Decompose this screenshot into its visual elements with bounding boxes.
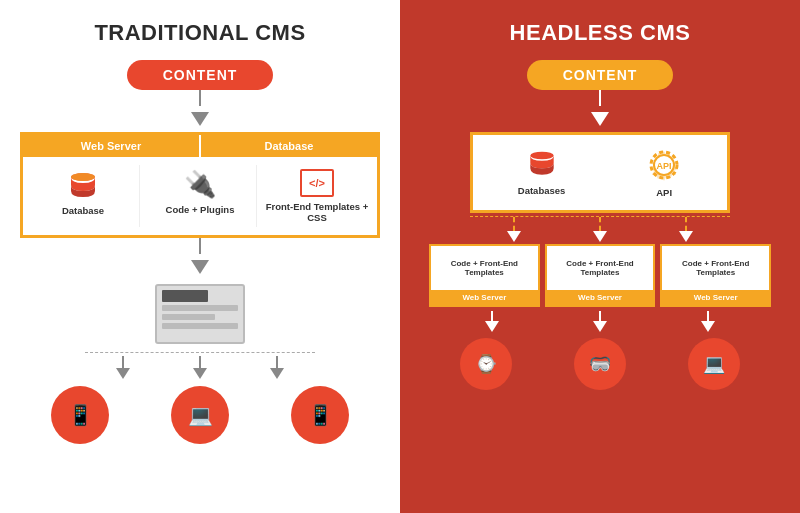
device-vr: 🥽 <box>574 338 626 390</box>
headless-db-label: Databases <box>518 185 566 196</box>
laptop-icon: 💻 <box>188 403 213 427</box>
arrow-content-to-box <box>191 90 209 132</box>
ws3-bottom-label: Web Server <box>662 290 769 305</box>
website-mockup <box>155 284 245 344</box>
headless-main-box: Databases API API <box>470 132 729 213</box>
mockup-header <box>162 290 208 302</box>
arrow-box-to-mockup <box>191 238 209 280</box>
ws2-top-text: Code + Front-End Templates <box>547 246 654 290</box>
svg-point-2 <box>530 152 553 159</box>
mockup-line2 <box>162 314 215 320</box>
webserver-boxes-row: Code + Front-End Templates Web Server Co… <box>429 244 771 307</box>
api-label: API <box>656 187 672 198</box>
traditional-icons-row: Database 🔌 Code + Plugins </> Front-End … <box>23 157 377 235</box>
headless-cms-panel: HEADLESS CMS CONTENT Databases <box>400 0 800 513</box>
webserver-box-2: Code + Front-End Templates Web Server <box>545 244 656 307</box>
api-gear-icon: API <box>646 147 682 183</box>
headless-icons-row: Databases API API <box>473 135 726 210</box>
plugins-label: Code + Plugins <box>166 204 235 215</box>
headless-content-pill: CONTENT <box>527 60 674 90</box>
webserver-box-3: Code + Front-End Templates Web Server <box>660 244 771 307</box>
mockup-line1 <box>162 305 238 311</box>
plugin-icon: 🔌 <box>184 169 216 200</box>
vr-icon: 🥽 <box>589 353 611 375</box>
database-icon <box>67 169 99 201</box>
traditional-main-box: Web Server Database Database 🔌 Code + Pl… <box>20 132 380 238</box>
device-laptop: 💻 <box>171 386 229 444</box>
device-watch: ⌚ <box>460 338 512 390</box>
ws1-top-text: Code + Front-End Templates <box>431 246 538 290</box>
computer-icon: 💻 <box>703 353 725 375</box>
ws3-top-text: Code + Front-End Templates <box>662 246 769 290</box>
svg-point-1 <box>71 173 95 181</box>
device-phone: 📱 <box>51 386 109 444</box>
code-icon: </> <box>300 169 334 197</box>
headless-db-icon <box>525 147 559 181</box>
mockup-line3 <box>162 323 238 329</box>
api-cell: API API <box>638 143 690 202</box>
templates-cell: </> Front-End Templates + CSS <box>261 165 373 227</box>
phone-icon: 📱 <box>68 403 93 427</box>
traditional-content-pill: CONTENT <box>127 60 274 90</box>
templates-label: Front-End Templates + CSS <box>263 201 371 223</box>
headless-devices-row: ⌚ 🥽 💻 <box>429 338 771 390</box>
ws2-bottom-label: Web Server <box>547 290 654 305</box>
traditional-cms-title: TRADITIONAL CMS <box>94 20 305 46</box>
headless-cms-title: HEADLESS CMS <box>510 20 691 46</box>
plugins-cell: 🔌 Code + Plugins <box>144 165 257 227</box>
headless-arrow-1 <box>591 90 609 132</box>
database-cell: Database <box>27 165 140 227</box>
mobile-icon: 📱 <box>308 403 333 427</box>
database-label: Database <box>62 205 104 216</box>
svg-text:API: API <box>657 161 672 171</box>
web-server-header: Web Server <box>23 135 201 157</box>
webserver-box-1: Code + Front-End Templates Web Server <box>429 244 540 307</box>
watch-icon: ⌚ <box>475 353 497 375</box>
headless-db-cell: Databases <box>510 143 574 202</box>
device-arrows-row <box>85 356 315 379</box>
ws1-bottom-label: Web Server <box>431 290 538 305</box>
traditional-cms-panel: TRADITIONAL CMS CONTENT Web Server Datab… <box>0 0 400 513</box>
device-mobile: 📱 <box>291 386 349 444</box>
box-header-row: Web Server Database <box>23 135 377 157</box>
traditional-devices-row: 📱 💻 📱 <box>20 386 380 444</box>
database-header: Database <box>201 135 377 157</box>
device-computer: 💻 <box>688 338 740 390</box>
